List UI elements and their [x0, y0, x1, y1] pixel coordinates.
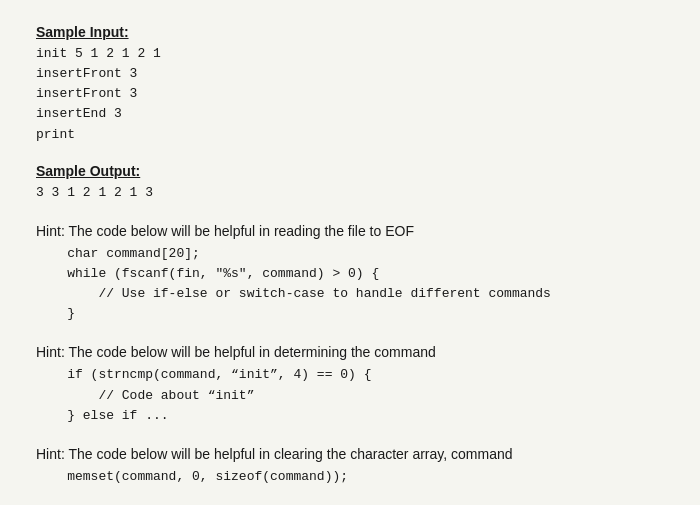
sample-output-code: 3 3 1 2 1 2 1 3 — [36, 183, 664, 203]
hint-2-section: Hint: The code below will be helpful in … — [36, 342, 664, 425]
hint-3-section: Hint: The code below will be helpful in … — [36, 444, 664, 487]
hint-2-code: if (strncmp(command, “init”, 4) == 0) { … — [36, 365, 664, 425]
sample-input-code: init 5 1 2 1 2 1 insertFront 3 insertFro… — [36, 44, 664, 145]
sample-input-title: Sample Input: — [36, 24, 664, 40]
sample-output-section: Sample Output: 3 3 1 2 1 2 1 3 — [36, 163, 664, 203]
hint-1-section: Hint: The code below will be helpful in … — [36, 221, 664, 325]
hint-1-code: char command[20]; while (fscanf(fin, "%s… — [36, 244, 664, 325]
sample-input-section: Sample Input: init 5 1 2 1 2 1 insertFro… — [36, 24, 664, 145]
hint-3-code: memset(command, 0, sizeof(command)); — [36, 467, 664, 487]
sample-output-title: Sample Output: — [36, 163, 664, 179]
page-container: Sample Input: init 5 1 2 1 2 1 insertFro… — [0, 0, 700, 505]
hint-2-text: Hint: The code below will be helpful in … — [36, 342, 664, 363]
hint-3-text: Hint: The code below will be helpful in … — [36, 444, 664, 465]
hint-1-text: Hint: The code below will be helpful in … — [36, 221, 664, 242]
